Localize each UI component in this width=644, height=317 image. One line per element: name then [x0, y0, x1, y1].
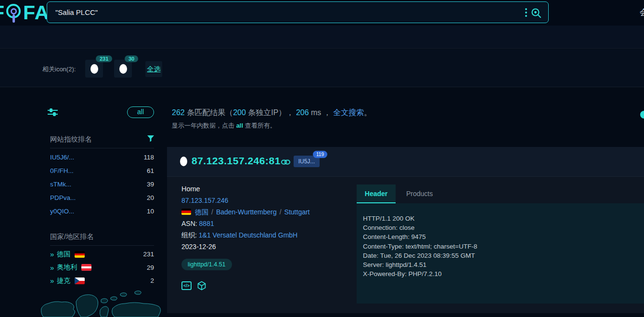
country-item[interactable]: » 德国 231: [50, 248, 154, 261]
fingerprint-ranking-list: IU5J6/... 118 0F/FH... 61 sTMk... 39 PDP…: [50, 150, 154, 218]
action-icons: </>: [181, 281, 350, 291]
fingerprint-name[interactable]: 0F/FH...: [50, 167, 74, 174]
geo-city-link[interactable]: Stuttgart: [284, 208, 310, 216]
geo-separator: /: [211, 208, 213, 216]
date-row: 2023-12-26: [181, 241, 350, 252]
ip-port-link[interactable]: 87.123.157.246:81: [192, 155, 281, 167]
secondary-nav-strip: [0, 26, 644, 49]
site-title: Home: [181, 183, 350, 195]
http-header-line: Content-Type: text/html; charset=UTF-8: [363, 242, 644, 251]
sidebar-all-button[interactable]: all: [127, 106, 154, 118]
logo-letters-fa: FA: [23, 1, 49, 24]
fingerprint-count: 61: [147, 167, 154, 174]
fingerprint-name[interactable]: sTMk...: [50, 181, 71, 188]
fofa-logo[interactable]: F FA: [0, 1, 49, 24]
unique-ip-label: 条独立IP），: [246, 108, 296, 117]
search-input[interactable]: "Salia PLCC": [47, 1, 549, 23]
double-chevron-icon: »: [50, 250, 53, 258]
all-link[interactable]: all: [236, 122, 243, 129]
country-count: 231: [143, 251, 154, 258]
austria-flag-icon: [81, 264, 91, 271]
fingerprint-badge-count: 119: [313, 151, 327, 158]
select-all-button[interactable]: 全选: [145, 61, 162, 77]
http-header-line: Server: lighttpd/1.4.51: [363, 260, 644, 269]
result-summary-line: 262 条匹配结果（200 条独立IP）， 206 ms ， 全文搜索。: [172, 108, 372, 118]
fingerprint-title-text: 网站指纹排名: [50, 135, 92, 143]
related-icon-2-count-badge: 30: [125, 55, 138, 62]
view-source-icon[interactable]: </>: [181, 281, 192, 290]
fingerprint-badge[interactable]: IU5J... 119: [294, 156, 320, 167]
related-icon-bar: 相关icon(2): 231 30 全选: [0, 49, 644, 87]
match-label: 条匹配结果（: [185, 108, 233, 117]
related-icon-1[interactable]: [85, 60, 103, 78]
fulltext-search-link[interactable]: 全文搜索: [333, 108, 364, 117]
query-time-ms: 206: [296, 108, 309, 117]
org-label: 组织:: [181, 231, 197, 239]
country-item[interactable]: » 捷克 2: [50, 274, 154, 288]
country-name[interactable]: 奥地利: [57, 263, 77, 272]
fingerprint-item[interactable]: sTMk... 39: [50, 177, 154, 191]
country-name[interactable]: 德国: [57, 250, 70, 259]
http-header-panel: HTTP/1.1 200 OK Connection: close Conten…: [357, 203, 644, 304]
server-tag[interactable]: lighttpd/1.4.51: [181, 259, 232, 270]
hint-prefix: 显示一年内数据，点击: [172, 122, 236, 129]
favicon-oval-icon: [119, 64, 127, 74]
filter-funnel-icon[interactable]: [147, 135, 154, 142]
country-section-title: 国家/地区排名: [50, 232, 154, 246]
site-favicon: [180, 157, 187, 166]
member-menu-partial[interactable]: 会: [640, 7, 644, 18]
related-icon-2[interactable]: [114, 60, 132, 78]
search-query-text: "Salia PLCC": [55, 2, 98, 23]
fingerprint-item[interactable]: 0F/FH... 61: [50, 164, 154, 177]
side-floating-button[interactable]: [640, 111, 644, 119]
tab-header-label: Header: [365, 190, 387, 198]
geo-separator: /: [280, 208, 282, 216]
result-details: Home 87.123.157.246 德国/Baden-Wurttemberg…: [181, 183, 350, 291]
asn-row: ASN: 8881: [181, 218, 350, 229]
fingerprint-count: 118: [143, 154, 154, 161]
ip-link[interactable]: 87.123.157.246: [181, 197, 228, 204]
geo-region-link[interactable]: Baden-Wurttemberg: [216, 208, 277, 216]
tab-header[interactable]: Header: [357, 185, 396, 203]
product-cube-icon[interactable]: [197, 281, 206, 291]
double-chevron-icon: »: [50, 277, 53, 285]
more-options-icon[interactable]: [525, 8, 527, 17]
filter-tune-icon[interactable]: [48, 108, 58, 117]
country-name[interactable]: 捷克: [57, 277, 70, 285]
fingerprint-name[interactable]: IU5J6/...: [50, 154, 74, 161]
time-range-hint: 显示一年内数据，点击 all 查看所有。: [172, 121, 276, 130]
org-link[interactable]: 1&1 Versatel Deutschland GmbH: [199, 231, 297, 239]
top-bar: F FA "Salia PLCC" 会: [0, 0, 644, 26]
fingerprint-name[interactable]: PDPva...: [50, 194, 76, 201]
germany-flag-icon: [181, 209, 191, 215]
link-chain-icon[interactable]: [281, 158, 290, 166]
country-item[interactable]: » 奥地利 29: [50, 261, 154, 275]
fingerprint-count: 10: [147, 208, 154, 215]
geo-country-link[interactable]: 德国: [195, 208, 208, 216]
fingerprint-count: 39: [147, 181, 154, 188]
country-ranking-list: » 德国 231 » 奥地利 29 » 捷克 2: [50, 248, 154, 288]
http-header-line: HTTP/1.1 200 OK: [363, 214, 644, 223]
ms-label: ms ，: [309, 108, 334, 117]
fingerprint-count: 20: [147, 194, 154, 201]
fingerprint-name[interactable]: y0QIO...: [50, 208, 74, 215]
search-icon[interactable]: [530, 7, 542, 19]
logo-pin-icon: [5, 1, 23, 24]
double-chevron-icon: »: [50, 264, 53, 272]
period: 。: [364, 108, 372, 117]
country-count: 2: [150, 277, 154, 284]
czech-flag-icon: [75, 277, 85, 284]
org-row: 组织: 1&1 Versatel Deutschland GmbH: [181, 229, 350, 241]
fingerprint-item[interactable]: y0QIO... 10: [50, 204, 154, 218]
world-map-image: [40, 287, 162, 317]
unique-ip-count: 200: [233, 108, 246, 117]
related-icon-label: 相关icon(2):: [42, 65, 76, 74]
fingerprint-item[interactable]: IU5J6/... 118: [50, 150, 154, 164]
asn-label: ASN:: [181, 220, 197, 227]
tab-products[interactable]: Products: [396, 185, 443, 203]
detail-tabs: Header Products: [357, 185, 443, 203]
country-count: 29: [147, 264, 154, 271]
fingerprint-item[interactable]: PDPva... 20: [50, 191, 154, 204]
result-card-header: 87.123.157.246:81 IU5J... 119: [167, 147, 644, 177]
asn-link[interactable]: 8881: [199, 220, 214, 227]
